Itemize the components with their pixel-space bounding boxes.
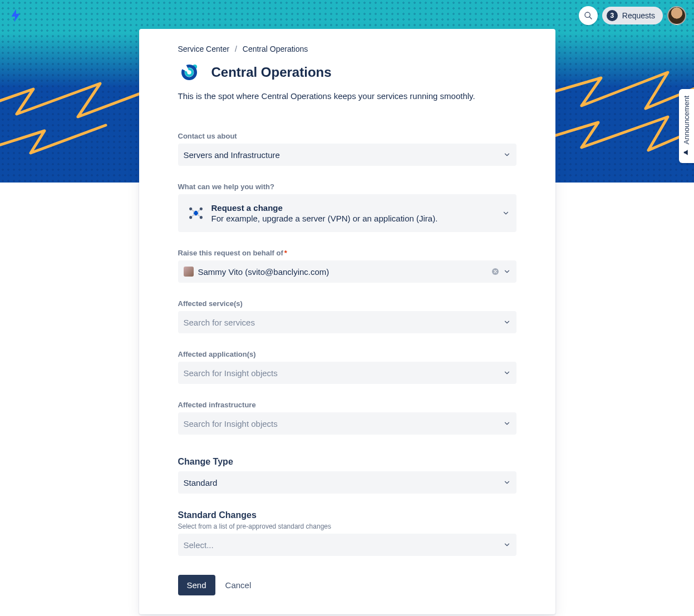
infra-select[interactable]: Search for Insight objects [178,412,516,435]
page-intro: This is the spot where Central Operation… [178,91,516,101]
requester-avatar [184,267,194,277]
change-type-select[interactable]: Standard [178,471,516,494]
apps-select[interactable]: Search for Insight objects [178,362,516,384]
announcement-tab[interactable]: Announcement [679,89,694,163]
requests-button[interactable]: 3 Requests [602,7,663,24]
standard-changes-heading: Standard Changes [178,510,516,520]
svg-line-8 [192,210,194,212]
svg-point-3 [189,208,192,210]
standard-changes-select[interactable]: Select... [178,534,516,556]
portal-icon [178,59,205,86]
chevron-down-icon [503,420,511,427]
svg-point-6 [199,216,202,219]
chevron-down-icon [502,209,510,217]
breadcrumb: Service Center / Central Operations [178,45,516,53]
svg-line-9 [197,210,199,212]
announcement-label: Announcement [682,96,691,144]
infra-label: Affected infrastructure [178,401,516,409]
request-type-icon [185,202,207,224]
svg-point-5 [189,216,192,219]
svg-line-1 [589,17,592,19]
services-select[interactable]: Search for services [178,311,516,333]
requests-count-badge: 3 [607,10,618,21]
chevron-down-icon [503,369,511,377]
help-select[interactable]: Request a change For example, upgrade a … [178,194,516,232]
request-form-card: Service Center / Central Operations Cent… [139,29,555,614]
chevron-down-icon [503,151,511,159]
svg-line-10 [192,214,194,216]
help-desc: For example, upgrade a server (VPN) or a… [211,214,499,223]
chevron-down-icon [503,479,511,486]
contact-select[interactable]: Servers and Infrastructure [178,144,516,166]
breadcrumb-current[interactable]: Central Operations [243,45,308,53]
breadcrumb-root[interactable]: Service Center [178,45,230,53]
megaphone-icon [683,149,691,156]
chevron-down-icon [503,318,511,326]
search-button[interactable] [579,6,598,25]
change-type-heading: Change Type [178,457,516,467]
send-button[interactable]: Send [178,575,215,595]
cancel-button[interactable]: Cancel [225,580,252,590]
help-title: Request a change [211,203,499,213]
standard-changes-help: Select from a list of pre-approved stand… [178,523,516,530]
page-title: Central Operations [211,65,332,80]
required-star: * [284,249,287,257]
behalf-select[interactable]: Sammy Vito (svito@banclyinc.com) [178,260,516,283]
apps-label: Affected application(s) [178,350,516,358]
svg-line-11 [197,214,199,216]
requests-label: Requests [622,11,655,20]
svg-point-4 [199,208,202,210]
services-label: Affected service(s) [178,299,516,308]
app-logo[interactable] [0,9,21,22]
search-icon [584,11,593,20]
behalf-label: Raise this request on behalf of* [178,249,516,257]
clear-icon[interactable] [491,267,500,276]
user-avatar[interactable] [667,6,686,25]
chevron-down-icon [503,541,511,549]
chevron-down-icon [503,268,511,275]
contact-label: Contact us about [178,132,516,140]
help-label: What can we help you with? [178,183,516,191]
